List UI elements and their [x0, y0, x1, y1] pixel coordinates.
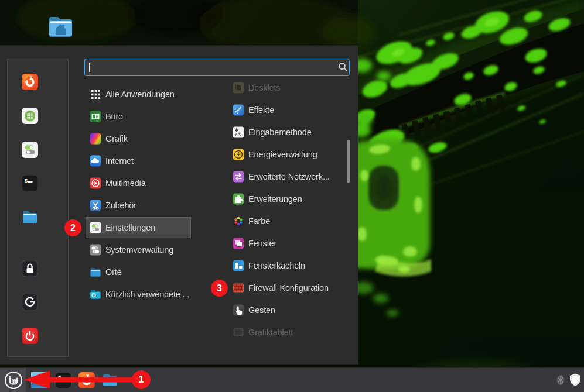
- svg-text:$: $: [25, 178, 28, 184]
